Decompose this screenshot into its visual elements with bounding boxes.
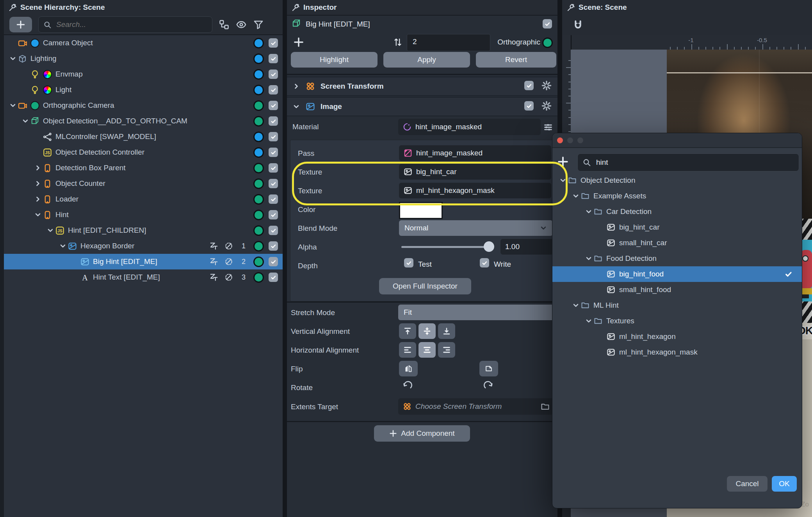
asset-tree-row[interactable]: ML Hint [552, 298, 802, 313]
hierarchy-row[interactable]: JSObject Detection Controller [4, 144, 283, 160]
visibility-checkbox[interactable] [269, 257, 278, 266]
asset-tree-row[interactable]: Example Assets [552, 188, 802, 204]
screen-transform-checkbox[interactable] [524, 81, 534, 90]
material-presets-icon[interactable] [543, 122, 553, 132]
chevron-right-icon[interactable] [292, 82, 300, 90]
alpha-slider-knob[interactable] [484, 241, 494, 252]
asset-tree-row[interactable]: Food Detection [552, 251, 802, 266]
chevron-down-icon[interactable] [292, 103, 300, 111]
visibility-checkbox[interactable] [269, 116, 278, 126]
blend-mode-dropdown[interactable]: Normal [399, 220, 553, 236]
gear-icon[interactable] [541, 101, 552, 111]
align-hcenter-button[interactable] [418, 342, 436, 358]
eye-icon[interactable] [236, 19, 247, 30]
visibility-checkbox[interactable] [269, 273, 278, 282]
hierarchy-row[interactable]: Envmap [4, 66, 283, 82]
alpha-slider-track[interactable] [401, 246, 491, 248]
object-enabled-checkbox[interactable] [543, 19, 552, 29]
align-bottom-button[interactable] [438, 323, 455, 339]
cancel-button[interactable]: Cancel [727, 476, 767, 492]
depth-write-checkbox[interactable] [480, 258, 489, 267]
asset-tree-row[interactable]: Textures [552, 313, 802, 329]
visibility-checkbox[interactable] [269, 194, 278, 204]
visibility-checkbox[interactable] [269, 241, 278, 251]
zoom-window-button[interactable] [577, 137, 583, 143]
visibility-checkbox[interactable] [269, 179, 278, 188]
extents-target-field[interactable]: Choose Screen Transform [398, 398, 554, 415]
hierarchy-search[interactable] [38, 16, 212, 33]
highlight-button[interactable]: Highlight [291, 52, 378, 68]
hierarchy-row[interactable]: MLController [SWAP_MODEL] [4, 129, 283, 144]
align-left-button[interactable] [399, 342, 416, 358]
texture-field-2[interactable]: ml_hint_hexagon_mask [399, 183, 551, 198]
render-order-input[interactable] [407, 34, 501, 49]
asset-tree-row[interactable]: Object Detection [552, 173, 802, 188]
visibility-checkbox[interactable] [269, 38, 278, 48]
align-right-button[interactable] [438, 342, 455, 358]
minimize-window-button[interactable] [567, 137, 573, 143]
visibility-checkbox[interactable] [269, 210, 278, 219]
revert-button[interactable]: Revert [476, 52, 556, 68]
visibility-checkbox[interactable] [269, 163, 278, 173]
hierarchy-row[interactable]: Light [4, 82, 283, 98]
close-window-button[interactable] [557, 137, 563, 143]
visibility-checkbox[interactable] [269, 85, 278, 94]
asset-search-input[interactable] [595, 158, 794, 167]
hierarchy-search-input[interactable] [55, 20, 207, 29]
add-object-button[interactable] [9, 17, 32, 32]
render-order-field[interactable] [407, 34, 490, 51]
flip-vertical-button[interactable] [479, 361, 498, 376]
align-vcenter-button[interactable] [418, 323, 436, 339]
hierarchy-row[interactable]: Big Hint [EDIT_ME]2 [4, 254, 283, 269]
asset-tree-row[interactable]: small_hint_food [552, 282, 802, 298]
asset-tree-row[interactable]: small_hint_car [552, 235, 802, 251]
hierarchy-row[interactable]: Object Detection__ADD_TO_ORTHO_CAM [4, 113, 283, 129]
color-swatch[interactable] [399, 202, 443, 219]
hierarchy-row[interactable]: Object Counter [4, 176, 283, 191]
hierarchy-row[interactable]: Camera Object [4, 35, 283, 51]
asset-tree-row[interactable]: big_hint_car [552, 219, 802, 235]
asset-search[interactable] [577, 153, 799, 171]
visibility-checkbox[interactable] [269, 132, 278, 141]
ok-button[interactable]: OK [772, 476, 797, 492]
hierarchy-row[interactable]: Detection Box Parent [4, 160, 283, 176]
add-component-button[interactable]: Add Component [374, 425, 470, 442]
folder-icon[interactable] [541, 402, 550, 411]
add-icon[interactable] [293, 37, 304, 48]
align-top-button[interactable] [399, 323, 416, 339]
hierarchy-row[interactable]: Lighting [4, 51, 283, 66]
apply-button[interactable]: Apply [383, 52, 470, 68]
hierarchy-row[interactable]: Hexagon Border1 [4, 238, 283, 254]
visibility-checkbox[interactable] [269, 148, 278, 157]
hierarchy-row[interactable]: AHint Text [EDIT_ME]3 [4, 269, 283, 285]
pass-field[interactable]: hint_image_masked [399, 145, 551, 161]
screen-transform-section[interactable]: Screen Transform [287, 77, 557, 96]
hierarchy-row[interactable]: Orthographic Camera [4, 98, 283, 113]
hierarchy-row[interactable]: Hint [4, 207, 283, 223]
material-field[interactable]: hint_image_masked [398, 119, 541, 135]
image-checkbox[interactable] [524, 101, 534, 111]
visibility-checkbox[interactable] [269, 54, 278, 63]
rotate-right-icon[interactable] [483, 380, 493, 390]
filter-icon[interactable] [253, 19, 264, 30]
gear-icon[interactable] [541, 80, 552, 91]
image-section[interactable]: Image [287, 97, 557, 116]
visibility-checkbox[interactable] [269, 70, 278, 79]
asset-tree-row[interactable]: big_hint_food [552, 266, 802, 282]
visibility-checkbox[interactable] [269, 226, 278, 235]
asset-tree-row[interactable]: ml_hint_hexagon [552, 329, 802, 344]
depth-test-checkbox[interactable] [404, 258, 413, 267]
rotate-left-icon[interactable] [402, 380, 413, 390]
flip-horizontal-button[interactable] [399, 361, 418, 376]
visibility-checkbox[interactable] [269, 101, 278, 110]
dialog-titlebar[interactable] [552, 133, 802, 148]
open-full-inspector-button[interactable]: Open Full Inspector [379, 278, 471, 294]
texture-field-1[interactable]: big_hint_car [399, 164, 551, 180]
alpha-value-field[interactable]: 1.00 [500, 239, 554, 255]
magnet-snap-icon[interactable] [572, 20, 584, 31]
hierarchy-row[interactable]: JSHint [EDIT_CHILDREN] [4, 223, 283, 238]
stretch-mode-dropdown[interactable]: Fit [398, 305, 565, 320]
add-asset-icon[interactable] [557, 156, 569, 168]
tree-structure-icon[interactable] [219, 19, 230, 30]
hierarchy-row[interactable]: Loader [4, 191, 283, 207]
